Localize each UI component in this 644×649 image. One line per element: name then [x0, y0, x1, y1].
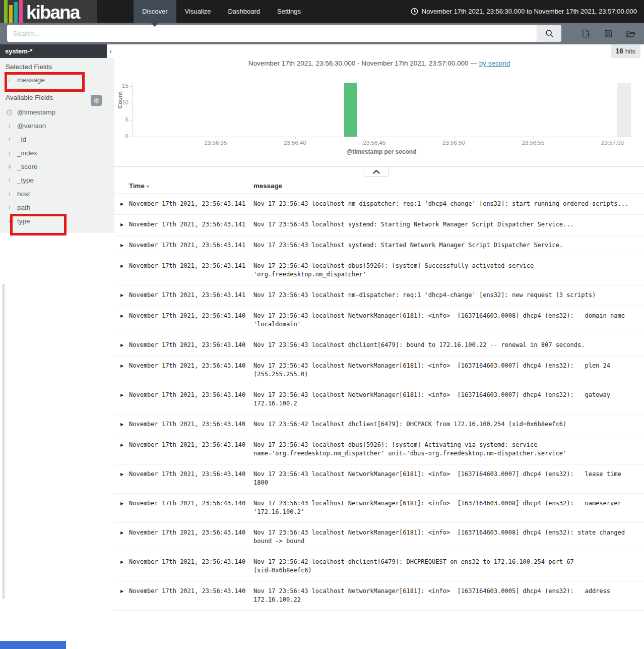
expand-row-icon[interactable]: ▶ — [117, 200, 129, 208]
logo-bar — [4, 0, 8, 23]
annotation-box-message-field — [5, 72, 85, 92]
expand-row-icon[interactable]: ▶ — [117, 312, 129, 329]
collapse-sidebar-button[interactable]: ‹ — [107, 44, 114, 58]
expand-row-icon[interactable]: ▶ — [117, 470, 129, 487]
field-item-version[interactable]: t@version — [0, 119, 114, 133]
x-axis-tickmark — [454, 137, 455, 139]
doc-message-cell: Nov 17 23:56:43 localhost dbus[5926]: [s… — [253, 441, 632, 458]
x-axis-tickmark — [533, 137, 534, 139]
field-item-timestamp[interactable]: @timestamp — [0, 105, 114, 119]
doc-table-row: ▶November 17th 2021, 23:56:43.140Nov 17 … — [114, 552, 644, 581]
time-range-label: November 17th 2021, 23:56:30.000 to Nove… — [422, 8, 637, 15]
doc-table-row: ▶November 17th 2021, 23:56:43.140Nov 17 … — [114, 435, 644, 464]
y-axis-tickmark — [130, 137, 132, 137]
search-button[interactable] — [537, 25, 561, 42]
doc-table-row: ▶November 17th 2021, 23:56:43.140Nov 17 … — [114, 335, 644, 356]
expand-row-icon[interactable]: ▶ — [117, 528, 129, 546]
field-label: _index — [17, 149, 37, 157]
doc-table-row: ▶November 17th 2021, 23:56:43.140Nov 17 … — [114, 581, 644, 611]
doc-time-cell: November 17th 2021, 23:56:43.141 — [129, 200, 253, 208]
doc-table-row: ▶November 17th 2021, 23:56:43.141Nov 17 … — [114, 285, 644, 306]
field-item-path[interactable]: tpath — [0, 201, 114, 214]
expand-row-icon[interactable]: ▶ — [117, 291, 129, 300]
selected-fields-heading: Selected Fields — [6, 63, 114, 71]
field-item-type[interactable]: t_type — [0, 173, 114, 187]
expand-row-icon[interactable]: ▶ — [117, 220, 129, 229]
doc-message-cell: Nov 17 23:56:43 localhost NetworkManager… — [253, 499, 632, 516]
doc-time-cell: November 17th 2021, 23:56:43.140 — [129, 470, 253, 487]
expand-row-icon[interactable]: ▶ — [117, 499, 129, 516]
doc-table-row: ▶November 17th 2021, 23:56:43.140Nov 17 … — [114, 356, 644, 385]
field-label: @version — [17, 122, 46, 130]
doc-time-cell: November 17th 2021, 23:56:43.140 — [129, 420, 253, 429]
expand-row-icon[interactable]: ▶ — [117, 441, 129, 458]
field-item-score[interactable]: #_score — [0, 160, 114, 173]
doc-message-cell: Nov 17 23:56:43 localhost NetworkManager… — [253, 470, 632, 487]
logo-bar — [9, 5, 13, 23]
field-item-host[interactable]: thost — [0, 187, 114, 201]
doc-time-cell: November 17th 2021, 23:56:43.140 — [129, 391, 253, 408]
field-item-index[interactable]: t_index — [0, 146, 114, 160]
footer-status-strip — [0, 641, 66, 649]
doc-message-cell: Nov 17 23:56:43 localhost dbus[5926]: [s… — [253, 262, 632, 279]
screenshot-artifact-line — [3, 284, 6, 599]
doc-message-cell: Nov 17 23:56:43 localhost NetworkManager… — [253, 528, 632, 546]
doc-message-cell: Nov 17 23:56:43 localhost NetworkManager… — [253, 362, 632, 379]
histogram-bar[interactable] — [344, 83, 357, 137]
string-field-icon: t — [7, 136, 13, 143]
save-search-icon[interactable] — [604, 29, 613, 38]
doc-message-cell: Nov 17 23:56:43 localhost dhclient[6479]… — [253, 341, 632, 349]
doc-message-cell: Nov 17 23:56:43 localhost NetworkManager… — [253, 391, 632, 408]
expand-row-icon[interactable]: ▶ — [117, 391, 129, 408]
y-axis-tickmark — [130, 103, 132, 103]
top-navbar: kibana DiscoverVisualizeDashboardSetting… — [0, 0, 644, 23]
load-search-icon[interactable] — [626, 29, 636, 38]
nav-tab-settings[interactable]: Settings — [269, 0, 309, 23]
expand-row-icon[interactable]: ▶ — [117, 558, 129, 575]
x-axis-tick-label: 23:56:35 — [196, 140, 236, 146]
doc-message-cell: Nov 17 23:56:42 localhost dhclient[6479]… — [253, 420, 632, 429]
discover-main: 16 hits November 17th 2021, 23:56:30.000… — [114, 44, 644, 611]
doc-message-cell: Nov 17 23:56:43 localhost systemd: Start… — [253, 241, 632, 250]
partial-bucket-marker — [617, 83, 631, 137]
doc-table-row: ▶November 17th 2021, 23:56:43.140Nov 17 … — [114, 494, 644, 523]
expand-row-icon[interactable]: ▶ — [117, 362, 129, 379]
main-nav: DiscoverVisualizeDashboardSettings — [134, 0, 309, 23]
expand-row-icon[interactable]: ▶ — [117, 587, 129, 604]
y-axis-tick-label: 10 — [115, 99, 128, 105]
doc-message-cell: Nov 17 23:56:43 localhost nm-dispatcher:… — [253, 200, 632, 208]
kibana-logo: kibana — [0, 0, 97, 23]
expand-row-icon[interactable]: ▶ — [117, 262, 129, 279]
x-axis-tick-label: 23:57:00 — [593, 140, 633, 146]
clock-icon — [7, 109, 13, 115]
x-axis-tickmark — [374, 137, 375, 139]
field-label: host — [17, 190, 30, 198]
column-header-time[interactable]: Time▾ — [129, 182, 253, 190]
y-axis-tick-label: 15 — [115, 83, 128, 89]
nav-tab-visualize[interactable]: Visualize — [176, 0, 220, 23]
new-search-icon[interactable] — [581, 29, 591, 38]
doc-message-cell: Nov 17 23:56:43 localhost NetworkManager… — [253, 312, 632, 329]
kibana-logo-bars-icon — [4, 0, 24, 23]
expand-row-icon[interactable]: ▶ — [117, 341, 129, 349]
nav-tab-dashboard[interactable]: Dashboard — [219, 0, 269, 23]
collapse-chart-button[interactable] — [364, 167, 389, 177]
expand-row-icon[interactable]: ▶ — [117, 241, 129, 250]
logo-bar — [19, 0, 23, 23]
doc-table-row: ▶November 17th 2021, 23:56:43.140Nov 17 … — [114, 464, 644, 494]
time-range-picker[interactable]: November 17th 2021, 23:56:30.000 to Nove… — [411, 0, 644, 23]
expand-row-icon[interactable]: ▶ — [117, 420, 129, 429]
histogram-section: November 17th 2021, 23:56:30.000 - Novem… — [114, 44, 644, 167]
field-item-id[interactable]: t_id — [0, 133, 114, 146]
search-input[interactable] — [7, 25, 537, 42]
field-settings-gear-button[interactable]: ⚙ — [91, 95, 102, 106]
doc-table-row: ▶November 17th 2021, 23:56:43.140Nov 17 … — [114, 415, 644, 435]
doc-time-cell: November 17th 2021, 23:56:43.140 — [129, 341, 253, 349]
logo-bar — [14, 2, 18, 23]
string-field-icon: t — [7, 176, 13, 184]
nav-tab-discover[interactable]: Discover — [134, 0, 176, 23]
doc-time-cell: November 17th 2021, 23:56:43.140 — [129, 587, 253, 604]
doc-time-cell: November 17th 2021, 23:56:43.141 — [129, 262, 253, 279]
doc-time-cell: November 17th 2021, 23:56:43.140 — [129, 312, 253, 329]
message-column-label: message — [253, 182, 282, 190]
